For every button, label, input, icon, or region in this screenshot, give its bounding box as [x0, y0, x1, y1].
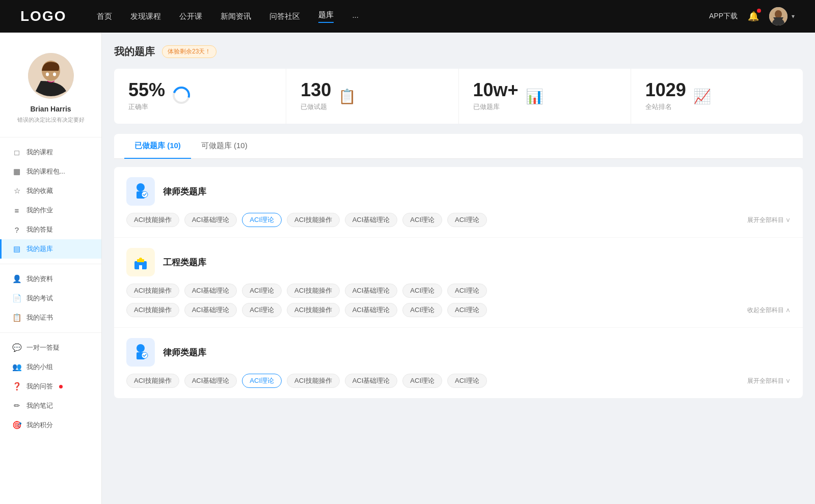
sidebar-item-questions[interactable]: ❓ 我的问答 — [0, 377, 101, 396]
tag[interactable]: ACI理论 — [402, 284, 442, 298]
tag[interactable]: ACI理论 — [242, 284, 282, 298]
user-avatar-area[interactable]: ▾ — [769, 7, 795, 25]
tab-done[interactable]: 已做题库 (10) — [124, 134, 191, 159]
sidebar-item-qa[interactable]: ? 我的答疑 — [0, 220, 101, 239]
sidebar-item-exam[interactable]: 📄 我的考试 — [0, 289, 101, 308]
sidebar: Brian Harris 错误的决定比没有决定要好 □ 我的课程 ▦ 我的课程包… — [0, 33, 102, 504]
sidebar-item-group[interactable]: 👥 我的小组 — [0, 357, 101, 377]
page-title: 我的题库 — [114, 45, 155, 59]
bank-card-icon-lawyer — [126, 177, 155, 206]
sidebar-item-label: 我的资料 — [26, 274, 53, 284]
sidebar-item-profile[interactable]: 👤 我的资料 — [0, 269, 101, 289]
nav-news[interactable]: 新闻资讯 — [221, 12, 251, 21]
expand-link-2[interactable]: 收起全部科目 ∧ — [747, 306, 791, 315]
tag[interactable]: ACI理论 — [447, 213, 487, 227]
sidebar-item-points[interactable]: 🎯 我的积分 — [0, 415, 101, 435]
bank-card-lawyer-2: 律师类题库 ACI技能操作 ACI基础理论 ACI理论 ACI技能操作 ACI基… — [114, 328, 803, 398]
tag[interactable]: ACI理论 — [402, 213, 442, 227]
stat-accuracy-value: 55% — [128, 81, 165, 99]
tag[interactable]: ACI理论 — [447, 284, 487, 298]
tag[interactable]: ACI理论 — [447, 303, 487, 317]
bank-card-lawyer-1: 律师类题库 ACI技能操作 ACI基础理论 ACI理论 ACI技能操作 ACI基… — [114, 167, 803, 238]
tag[interactable]: ACI基础理论 — [345, 284, 398, 298]
tag[interactable]: ACI理论 — [402, 374, 442, 388]
tag[interactable]: ACI技能操作 — [126, 303, 179, 317]
sidebar-item-label: 我的问答 — [26, 382, 53, 391]
sidebar-item-label: 我的课程 — [26, 148, 53, 157]
sidebar-item-favorites[interactable]: ☆ 我的收藏 — [0, 181, 101, 201]
bank-card-title: 律师类题库 — [163, 347, 206, 358]
svg-point-14 — [139, 258, 142, 261]
stat-questions-label: 已做试题 — [301, 102, 331, 111]
notification-badge — [757, 9, 761, 13]
nav-question-bank[interactable]: 题库 — [318, 10, 334, 23]
stat-ranking-icon: 📈 — [693, 88, 711, 105]
tag[interactable]: ACI技能操作 — [287, 284, 340, 298]
sidebar-item-course[interactable]: □ 我的课程 — [0, 143, 101, 162]
sidebar-item-notes[interactable]: ✏ 我的笔记 — [0, 396, 101, 415]
sidebar-item-label: 我的题库 — [26, 244, 53, 254]
course-pack-icon: ▦ — [12, 167, 21, 176]
main-content: 我的题库 体验剩余23天！ 55% 正确率 — [102, 33, 815, 504]
sidebar-item-certificate[interactable]: 📋 我的证书 — [0, 308, 101, 327]
tag[interactable]: ACI技能操作 — [287, 374, 340, 388]
sidebar-item-label: 我的证书 — [26, 313, 53, 322]
tag[interactable]: ACI基础理论 — [184, 374, 237, 388]
stat-questions-done: 130 已做试题 📋 — [286, 69, 458, 124]
nav-more[interactable]: ··· — [352, 12, 359, 21]
tag[interactable]: ACI技能操作 — [287, 213, 340, 227]
navbar: LOGO 首页 发现课程 公开课 新闻资讯 问答社区 题库 ··· APP下载 … — [0, 0, 815, 33]
bank-card-header: 律师类题库 — [126, 177, 791, 206]
bank-card-icon-lawyer2 — [126, 338, 155, 367]
nav-discover[interactable]: 发现课程 — [130, 12, 161, 21]
stat-ranking-label: 全站排名 — [645, 102, 686, 111]
page-layout: Brian Harris 错误的决定比没有决定要好 □ 我的课程 ▦ 我的课程包… — [0, 33, 815, 504]
tag[interactable]: ACI技能操作 — [126, 284, 179, 298]
app-download[interactable]: APP下载 — [709, 12, 738, 21]
logo: LOGO — [20, 8, 66, 24]
bank-card-header: 工程类题库 — [126, 248, 791, 276]
tag[interactable]: ACI基础理论 — [345, 303, 398, 317]
nav-home[interactable]: 首页 — [97, 12, 112, 21]
sidebar-item-course-pack[interactable]: ▦ 我的课程包... — [0, 162, 101, 181]
bank-card-icon-engineer — [126, 248, 155, 276]
expand-link-3[interactable]: 展开全部科目 ∨ — [747, 377, 791, 385]
tag-active[interactable]: ACI理论 — [242, 213, 282, 227]
tag[interactable]: ACI理论 — [447, 374, 487, 388]
tag[interactable]: ACI基础理论 — [184, 213, 237, 227]
nav-open-course[interactable]: 公开课 — [179, 12, 202, 21]
expand-link-1[interactable]: 展开全部科目 ∨ — [747, 216, 791, 225]
tag[interactable]: ACI基础理论 — [184, 284, 237, 298]
sidebar-item-label: 我的收藏 — [26, 186, 53, 195]
course-icon: □ — [12, 148, 21, 157]
tag[interactable]: ACI理论 — [242, 303, 282, 317]
sidebar-item-question-bank[interactable]: ▤ 我的题库 — [0, 239, 101, 259]
trial-badge: 体验剩余23天！ — [162, 45, 216, 58]
tab-todo[interactable]: 可做题库 (10) — [191, 134, 258, 159]
bank-card-tags-1: ACI技能操作 ACI基础理论 ACI理论 ACI技能操作 ACI基础理论 AC… — [126, 213, 791, 227]
sidebar-item-one-on-one[interactable]: 💬 一对一答疑 — [0, 338, 101, 357]
nav-qa[interactable]: 问答社区 — [269, 12, 300, 21]
navbar-nav: 首页 发现课程 公开课 新闻资讯 问答社区 题库 ··· — [97, 10, 709, 23]
stat-banks-value: 10w+ — [473, 81, 519, 99]
qa-icon: ? — [12, 226, 21, 234]
tag[interactable]: ACI基础理论 — [345, 374, 398, 388]
one-on-one-icon: 💬 — [12, 343, 21, 352]
tag[interactable]: ACI理论 — [402, 303, 442, 317]
tag[interactable]: ACI基础理论 — [345, 213, 398, 227]
stat-accuracy: 55% 正确率 — [114, 69, 286, 124]
divider-2 — [0, 264, 101, 264]
tag-active[interactable]: ACI理论 — [242, 374, 282, 388]
certificate-icon: 📋 — [12, 313, 21, 322]
stat-questions-text: 130 已做试题 — [301, 81, 331, 111]
tag[interactable]: ACI技能操作 — [287, 303, 340, 317]
tag[interactable]: ACI技能操作 — [126, 213, 179, 227]
svg-point-6 — [53, 73, 56, 76]
sidebar-item-homework[interactable]: ≡ 我的作业 — [0, 201, 101, 220]
group-icon: 👥 — [12, 362, 21, 372]
avatar — [28, 53, 74, 99]
tag[interactable]: ACI技能操作 — [126, 374, 179, 388]
tag[interactable]: ACI基础理论 — [184, 303, 237, 317]
notification-bell[interactable]: 🔔 — [748, 11, 759, 22]
stat-banks-done: 10w+ 已做题库 📊 — [459, 69, 631, 124]
